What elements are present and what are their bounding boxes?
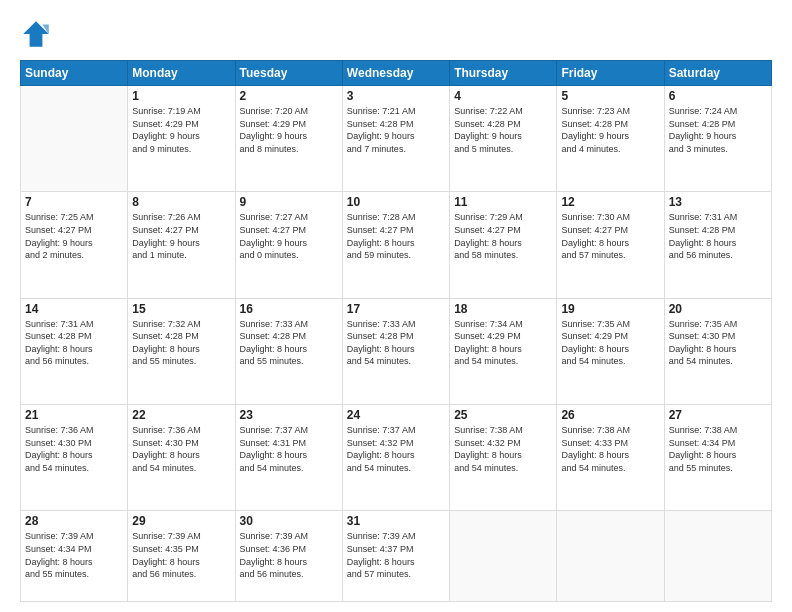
- day-info: Sunrise: 7:22 AM Sunset: 4:28 PM Dayligh…: [454, 105, 552, 155]
- day-info: Sunrise: 7:27 AM Sunset: 4:27 PM Dayligh…: [240, 211, 338, 261]
- week-row-2: 7Sunrise: 7:25 AM Sunset: 4:27 PM Daylig…: [21, 192, 772, 298]
- day-info: Sunrise: 7:37 AM Sunset: 4:32 PM Dayligh…: [347, 424, 445, 474]
- week-row-4: 21Sunrise: 7:36 AM Sunset: 4:30 PM Dayli…: [21, 404, 772, 510]
- calendar-cell: 10Sunrise: 7:28 AM Sunset: 4:27 PM Dayli…: [342, 192, 449, 298]
- day-number: 24: [347, 408, 445, 422]
- calendar-cell: 14Sunrise: 7:31 AM Sunset: 4:28 PM Dayli…: [21, 298, 128, 404]
- day-info: Sunrise: 7:33 AM Sunset: 4:28 PM Dayligh…: [240, 318, 338, 368]
- day-number: 27: [669, 408, 767, 422]
- day-number: 21: [25, 408, 123, 422]
- calendar-cell: 6Sunrise: 7:24 AM Sunset: 4:28 PM Daylig…: [664, 86, 771, 192]
- header: [20, 18, 772, 50]
- day-number: 3: [347, 89, 445, 103]
- day-info: Sunrise: 7:35 AM Sunset: 4:29 PM Dayligh…: [561, 318, 659, 368]
- day-header-friday: Friday: [557, 61, 664, 86]
- day-number: 15: [132, 302, 230, 316]
- calendar-table: SundayMondayTuesdayWednesdayThursdayFrid…: [20, 60, 772, 602]
- week-row-5: 28Sunrise: 7:39 AM Sunset: 4:34 PM Dayli…: [21, 511, 772, 602]
- day-info: Sunrise: 7:32 AM Sunset: 4:28 PM Dayligh…: [132, 318, 230, 368]
- day-info: Sunrise: 7:24 AM Sunset: 4:28 PM Dayligh…: [669, 105, 767, 155]
- day-number: 23: [240, 408, 338, 422]
- day-number: 2: [240, 89, 338, 103]
- day-number: 7: [25, 195, 123, 209]
- day-info: Sunrise: 7:39 AM Sunset: 4:35 PM Dayligh…: [132, 530, 230, 580]
- day-number: 20: [669, 302, 767, 316]
- day-info: Sunrise: 7:25 AM Sunset: 4:27 PM Dayligh…: [25, 211, 123, 261]
- day-number: 22: [132, 408, 230, 422]
- calendar-cell: 21Sunrise: 7:36 AM Sunset: 4:30 PM Dayli…: [21, 404, 128, 510]
- calendar-cell: 9Sunrise: 7:27 AM Sunset: 4:27 PM Daylig…: [235, 192, 342, 298]
- calendar-cell: 16Sunrise: 7:33 AM Sunset: 4:28 PM Dayli…: [235, 298, 342, 404]
- day-number: 14: [25, 302, 123, 316]
- calendar-cell: 20Sunrise: 7:35 AM Sunset: 4:30 PM Dayli…: [664, 298, 771, 404]
- day-number: 8: [132, 195, 230, 209]
- day-number: 16: [240, 302, 338, 316]
- day-number: 1: [132, 89, 230, 103]
- day-info: Sunrise: 7:20 AM Sunset: 4:29 PM Dayligh…: [240, 105, 338, 155]
- day-info: Sunrise: 7:31 AM Sunset: 4:28 PM Dayligh…: [25, 318, 123, 368]
- day-info: Sunrise: 7:36 AM Sunset: 4:30 PM Dayligh…: [25, 424, 123, 474]
- day-number: 13: [669, 195, 767, 209]
- day-number: 6: [669, 89, 767, 103]
- day-info: Sunrise: 7:30 AM Sunset: 4:27 PM Dayligh…: [561, 211, 659, 261]
- day-header-sunday: Sunday: [21, 61, 128, 86]
- day-number: 17: [347, 302, 445, 316]
- calendar-cell: 23Sunrise: 7:37 AM Sunset: 4:31 PM Dayli…: [235, 404, 342, 510]
- day-info: Sunrise: 7:29 AM Sunset: 4:27 PM Dayligh…: [454, 211, 552, 261]
- calendar-cell: [557, 511, 664, 602]
- day-number: 25: [454, 408, 552, 422]
- day-info: Sunrise: 7:38 AM Sunset: 4:32 PM Dayligh…: [454, 424, 552, 474]
- calendar-cell: 7Sunrise: 7:25 AM Sunset: 4:27 PM Daylig…: [21, 192, 128, 298]
- calendar-cell: 3Sunrise: 7:21 AM Sunset: 4:28 PM Daylig…: [342, 86, 449, 192]
- day-number: 18: [454, 302, 552, 316]
- day-number: 10: [347, 195, 445, 209]
- day-header-wednesday: Wednesday: [342, 61, 449, 86]
- day-info: Sunrise: 7:39 AM Sunset: 4:37 PM Dayligh…: [347, 530, 445, 580]
- day-number: 30: [240, 514, 338, 528]
- calendar-cell: 27Sunrise: 7:38 AM Sunset: 4:34 PM Dayli…: [664, 404, 771, 510]
- day-info: Sunrise: 7:36 AM Sunset: 4:30 PM Dayligh…: [132, 424, 230, 474]
- calendar-cell: 18Sunrise: 7:34 AM Sunset: 4:29 PM Dayli…: [450, 298, 557, 404]
- day-header-tuesday: Tuesday: [235, 61, 342, 86]
- logo-icon: [20, 18, 52, 50]
- day-header-monday: Monday: [128, 61, 235, 86]
- day-number: 12: [561, 195, 659, 209]
- calendar-cell: 19Sunrise: 7:35 AM Sunset: 4:29 PM Dayli…: [557, 298, 664, 404]
- day-info: Sunrise: 7:37 AM Sunset: 4:31 PM Dayligh…: [240, 424, 338, 474]
- day-info: Sunrise: 7:33 AM Sunset: 4:28 PM Dayligh…: [347, 318, 445, 368]
- calendar-cell: 5Sunrise: 7:23 AM Sunset: 4:28 PM Daylig…: [557, 86, 664, 192]
- calendar-cell: 29Sunrise: 7:39 AM Sunset: 4:35 PM Dayli…: [128, 511, 235, 602]
- day-number: 28: [25, 514, 123, 528]
- day-info: Sunrise: 7:19 AM Sunset: 4:29 PM Dayligh…: [132, 105, 230, 155]
- day-number: 19: [561, 302, 659, 316]
- day-number: 4: [454, 89, 552, 103]
- day-number: 9: [240, 195, 338, 209]
- day-info: Sunrise: 7:39 AM Sunset: 4:36 PM Dayligh…: [240, 530, 338, 580]
- calendar-cell: [664, 511, 771, 602]
- day-number: 11: [454, 195, 552, 209]
- calendar-cell: [450, 511, 557, 602]
- day-info: Sunrise: 7:31 AM Sunset: 4:28 PM Dayligh…: [669, 211, 767, 261]
- day-info: Sunrise: 7:34 AM Sunset: 4:29 PM Dayligh…: [454, 318, 552, 368]
- day-number: 29: [132, 514, 230, 528]
- header-row: SundayMondayTuesdayWednesdayThursdayFrid…: [21, 61, 772, 86]
- calendar-cell: 1Sunrise: 7:19 AM Sunset: 4:29 PM Daylig…: [128, 86, 235, 192]
- day-info: Sunrise: 7:38 AM Sunset: 4:33 PM Dayligh…: [561, 424, 659, 474]
- day-number: 5: [561, 89, 659, 103]
- calendar-cell: 17Sunrise: 7:33 AM Sunset: 4:28 PM Dayli…: [342, 298, 449, 404]
- calendar-cell: 12Sunrise: 7:30 AM Sunset: 4:27 PM Dayli…: [557, 192, 664, 298]
- day-info: Sunrise: 7:28 AM Sunset: 4:27 PM Dayligh…: [347, 211, 445, 261]
- calendar-cell: 22Sunrise: 7:36 AM Sunset: 4:30 PM Dayli…: [128, 404, 235, 510]
- calendar-cell: 11Sunrise: 7:29 AM Sunset: 4:27 PM Dayli…: [450, 192, 557, 298]
- logo: [20, 18, 56, 50]
- day-info: Sunrise: 7:21 AM Sunset: 4:28 PM Dayligh…: [347, 105, 445, 155]
- week-row-1: 1Sunrise: 7:19 AM Sunset: 4:29 PM Daylig…: [21, 86, 772, 192]
- day-number: 31: [347, 514, 445, 528]
- calendar-cell: 31Sunrise: 7:39 AM Sunset: 4:37 PM Dayli…: [342, 511, 449, 602]
- day-info: Sunrise: 7:35 AM Sunset: 4:30 PM Dayligh…: [669, 318, 767, 368]
- calendar-cell: 4Sunrise: 7:22 AM Sunset: 4:28 PM Daylig…: [450, 86, 557, 192]
- calendar-cell: 30Sunrise: 7:39 AM Sunset: 4:36 PM Dayli…: [235, 511, 342, 602]
- day-info: Sunrise: 7:39 AM Sunset: 4:34 PM Dayligh…: [25, 530, 123, 580]
- calendar-cell: 24Sunrise: 7:37 AM Sunset: 4:32 PM Dayli…: [342, 404, 449, 510]
- day-info: Sunrise: 7:26 AM Sunset: 4:27 PM Dayligh…: [132, 211, 230, 261]
